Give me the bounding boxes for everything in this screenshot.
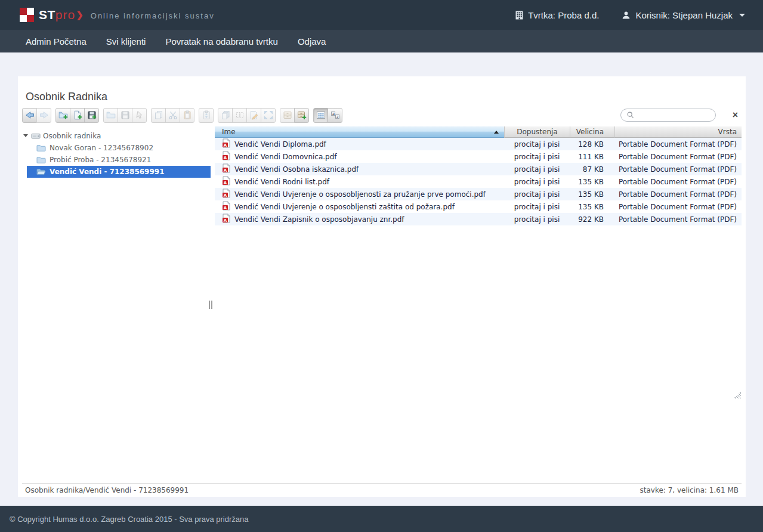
download-button[interactable] <box>118 108 132 123</box>
file-permissions: procitaj i pisi <box>504 190 570 199</box>
file-size: 135 KB <box>570 178 614 186</box>
file-size: 87 KB <box>570 165 614 174</box>
pdf-file-icon: A <box>222 151 231 162</box>
resize-icon <box>264 110 273 120</box>
page-title: Osobnik Radnika <box>26 91 107 103</box>
tree-item-novak-goran[interactable]: Novak Goran - 12345678902 <box>22 142 211 154</box>
open-button-group <box>103 108 147 123</box>
file-name: Vendić Vendi Zapisnik o osposobjavanju z… <box>234 215 404 224</box>
table-row[interactable]: AVendić Vendi Rodni list.pdf procitaj i … <box>215 175 742 188</box>
pdf-file-icon: A <box>222 163 231 175</box>
file-type: Portable Document Format (PDF) <box>614 165 742 174</box>
edit-icon <box>249 110 259 120</box>
current-path: Osobnik radnika/Vendić Vendi - 712385699… <box>25 486 189 494</box>
search-box <box>620 109 716 122</box>
new-file-button[interactable] <box>70 108 85 123</box>
nav-item-all-clients[interactable]: Svi klijenti <box>106 36 146 47</box>
nav-item-admin-home[interactable]: Admin Početna <box>26 36 87 47</box>
tree-expand-caret-icon[interactable] <box>23 134 28 137</box>
tree-item-vendic-vendi[interactable]: Vendić Vendi - 71238569991 <box>27 166 211 178</box>
new-folder-icon <box>58 110 68 120</box>
nav-button-group <box>22 108 51 123</box>
building-icon <box>515 11 523 20</box>
sort-button[interactable]: a z <box>328 108 342 123</box>
column-header-type[interactable]: Vrsta <box>614 126 742 138</box>
user-menu[interactable]: Korisnik: Stjepan Huzjak <box>622 10 745 20</box>
open-button[interactable] <box>103 108 118 123</box>
table-row[interactable]: AVendić Vendi Domovnica.pdf procitaj i p… <box>215 150 742 163</box>
new-folder-button[interactable] <box>55 108 70 123</box>
clipboard-button-group <box>151 108 194 123</box>
cut-button[interactable] <box>165 108 180 123</box>
table-row[interactable]: AVendić Vendi Diploma.pdf procitaj i pis… <box>215 138 742 150</box>
pointer-button[interactable] <box>132 108 147 123</box>
folder-tree: Osobnik radnika Novak Goran - 1234567890… <box>22 126 211 483</box>
file-permissions: procitaj i pisi <box>504 153 570 161</box>
download-icon <box>121 110 130 120</box>
archive-button-group <box>280 108 309 123</box>
delete-button-group <box>199 108 214 123</box>
table-row[interactable]: AVendić Vendi Osobna iskaznica.pdf proci… <box>215 163 742 175</box>
tree-item-label: Novak Goran - 12345678902 <box>50 144 153 152</box>
delete-icon <box>202 110 211 120</box>
tree-item-probic-proba[interactable]: Probić Proba - 21345678921 <box>22 154 211 166</box>
file-size: 135 KB <box>570 203 614 211</box>
delete-button[interactable] <box>199 108 214 123</box>
file-table: Ime Dopustenja Velicina Vrsta AVendić Ve… <box>215 126 742 483</box>
close-icon[interactable]: × <box>733 110 738 120</box>
page-footer: © Copyright Humas d.o.o. Zagreb Croatia … <box>0 506 763 532</box>
search-area: × <box>620 109 742 122</box>
pdf-file-icon: A <box>222 214 231 225</box>
edit-button[interactable] <box>246 108 261 123</box>
copy-button[interactable] <box>151 108 166 123</box>
user-label: Korisnik: Stjepan Huzjak <box>635 10 733 20</box>
back-button[interactable] <box>22 108 37 123</box>
brand-logo[interactable]: ST pro ❯ Online informacijski sustav <box>20 8 215 22</box>
svg-text:z: z <box>336 115 339 119</box>
paste-button[interactable] <box>180 108 194 123</box>
table-row[interactable]: AVendić Vendi Uvjerenje o osposobljensti… <box>215 200 742 213</box>
file-manager-toolbar: a z × <box>22 107 742 123</box>
select-area-button[interactable] <box>232 108 247 123</box>
checkerboard-logo-icon <box>20 8 34 22</box>
column-header-name[interactable]: Ime <box>215 126 504 138</box>
tree-item-label: Vendić Vendi - 71238569991 <box>50 168 165 176</box>
nav-item-logout[interactable]: Odjava <box>298 36 326 47</box>
forward-button[interactable] <box>36 108 51 123</box>
column-header-size[interactable]: Velicina <box>570 126 614 138</box>
folder-icon <box>36 155 46 165</box>
brand-st: ST <box>39 8 55 22</box>
pdf-file-icon: A <box>222 201 231 212</box>
file-name: Vendić Vendi Domovnica.pdf <box>234 153 337 161</box>
view-button-group: a z <box>313 108 342 123</box>
file-type: Portable Document Format (PDF) <box>614 203 742 211</box>
upload-button[interactable] <box>84 108 99 123</box>
extract-button[interactable] <box>294 108 309 123</box>
search-input[interactable] <box>638 110 710 120</box>
file-size: 922 KB <box>570 215 614 224</box>
new-file-icon <box>73 110 82 120</box>
sort-az-icon: a z <box>330 110 340 120</box>
svg-text:A: A <box>224 218 227 223</box>
table-row[interactable]: AVendić Vendi Uvjerenje o osposobljenost… <box>215 188 742 200</box>
table-row[interactable]: AVendić Vendi Zapisnik o osposobjavanju … <box>215 213 742 225</box>
view-toggle-button[interactable] <box>313 108 328 123</box>
main-nav: Admin Početna Svi klijenti Povratak na o… <box>0 30 763 52</box>
paste-icon <box>183 110 192 120</box>
column-header-permissions[interactable]: Dopustenja <box>504 126 570 138</box>
company-menu[interactable]: Tvrtka: Proba d.d. <box>515 10 599 20</box>
svg-text:A: A <box>224 181 227 185</box>
panel-splitter-grip[interactable] <box>209 301 212 309</box>
duplicate-button[interactable] <box>218 108 233 123</box>
archive-button[interactable] <box>280 108 295 123</box>
header-right: Tvrtka: Proba d.d. Korisnik: Stjepan Huz… <box>515 10 745 20</box>
file-type: Portable Document Format (PDF) <box>614 153 742 161</box>
resize-button[interactable] <box>261 108 276 123</box>
file-type: Portable Document Format (PDF) <box>614 190 742 199</box>
nav-item-back-to-company[interactable]: Povratak na odabranu tvrtku <box>165 36 277 47</box>
tree-root-osobnik-radnika[interactable]: Osobnik radnika <box>22 129 211 142</box>
file-manager-workzone: Osobnik radnika Novak Goran - 1234567890… <box>22 126 742 483</box>
svg-text:A: A <box>224 193 227 198</box>
chevron-right-icon: ❯ <box>76 10 84 20</box>
cut-icon <box>168 110 178 120</box>
